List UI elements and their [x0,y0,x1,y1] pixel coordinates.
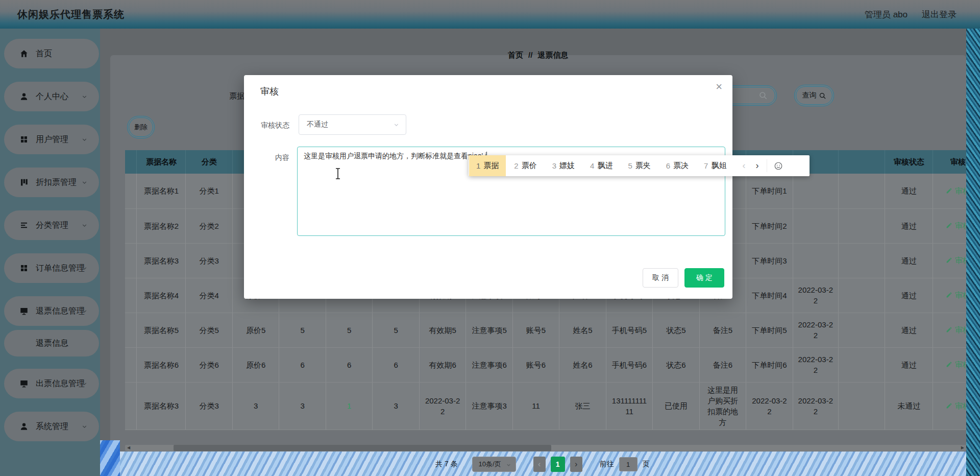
query-button[interactable]: 查询 [794,85,834,106]
pagination-total: 共 7 条 [435,460,458,469]
ime-candidate-7[interactable]: 7飘姐 [697,155,733,176]
next-page-button[interactable]: › [570,457,582,472]
table-cell: 2022-03-22 [746,382,793,430]
page-size-select[interactable]: 10条/页 [472,457,516,472]
table-row: 票据名称5分类5原价5555有效期5注意事项5账号5姓名5手机号码5状态5备注5… [125,313,966,347]
decorative-stripes-right [966,29,980,476]
smiley-icon[interactable] [770,155,787,176]
table-row: 票据名称6分类6原价6666有效期6注意事项6账号6姓名6手机号码6状态6备注6… [125,347,966,382]
audit-link[interactable]: 审核 [946,255,966,266]
table-cell [838,278,885,313]
scrollbar-thumb[interactable] [174,445,551,451]
ime-candidate-3[interactable]: 3嫖妓 [545,155,582,176]
breadcrumb-separator: // [528,51,532,60]
scroll-left-arrow-icon[interactable]: ◀ [127,445,130,451]
sidebar-subitem-label: 退票信息 [36,338,68,349]
table-cell: 注意事项6 [466,347,512,382]
monitor-icon [19,306,29,316]
sidebar-subitem[interactable]: 退票信息 [4,330,99,356]
table-cell: 注意事项5 [466,313,512,347]
table-cell: 2022-03-22 [793,278,838,313]
sidebar-item-3[interactable]: 折扣票管理 [4,168,99,197]
ime-candidate-number: 6 [666,161,670,170]
table-cell [793,243,838,278]
prev-page-button[interactable]: ‹ [533,457,546,472]
ime-next-icon[interactable]: › [750,155,764,176]
horizontal-scrollbar[interactable]: ◀ ▶ [125,445,966,451]
user-icon [19,422,29,431]
ime-candidate-bar: 1票据2票价3嫖妓4飘进5票夹6票决7飘姐‹› [469,155,810,176]
ime-candidate-4[interactable]: 4飘进 [583,155,620,176]
ime-candidate-6[interactable]: 6票决 [659,155,696,176]
table-cell: 下单时间3 [746,243,793,278]
audit-link[interactable]: 审核 [946,290,966,300]
table-cell: 分类5 [186,313,232,347]
audit-link[interactable]: 审核 [946,359,966,370]
cancel-button[interactable]: 取 消 [643,268,678,288]
audit-link[interactable]: 审核 [946,220,966,231]
ime-candidate-text: 票据 [483,161,499,171]
column-header: 审核 [933,150,966,174]
ime-candidate-2[interactable]: 2票价 [507,155,544,176]
confirm-button[interactable]: 确 定 [684,268,724,288]
sidebar-item-5[interactable]: 订单信息管理 [4,253,99,283]
app-title: 休闲娱乐代理售票系统 [17,8,125,21]
sidebar-item-label: 首页 [36,49,52,59]
audit-link[interactable]: 审核 [946,185,966,196]
sidebar-item-6[interactable]: 退票信息管理 [4,296,99,326]
admin-user-label: 管理员 abo [865,9,908,20]
audit-link-label: 审核 [955,220,966,231]
goto-page-input[interactable]: 1 [619,457,638,471]
page-number-active[interactable]: 1 [551,457,565,472]
sidebar-item-7[interactable]: 出票信息管理 [4,369,99,398]
table-cell: 下单时间4 [746,278,793,313]
scroll-right-arrow-icon[interactable]: ▶ [961,445,964,451]
table-cell: 姓名5 [559,313,606,347]
table-cell: 下单时间6 [746,347,793,382]
table-cell: 13111111111 [606,382,652,430]
ime-candidate-number: 5 [628,161,632,170]
delete-button[interactable]: 删除 [127,116,155,138]
audit-link-label: 审核 [955,400,966,411]
audit-link[interactable]: 审核 [946,400,966,411]
breadcrumb-home[interactable]: 首页 [508,51,523,60]
ime-candidate-5[interactable]: 5票夹 [621,155,657,176]
table-cell: 2022-03-22 [793,347,838,382]
audit-link[interactable]: 审核 [946,324,966,335]
ime-candidate-text: 票夹 [635,161,651,171]
close-icon[interactable]: × [716,81,722,92]
table-cell [838,174,885,208]
pencil-icon [946,292,952,298]
sidebar-item-label: 用户管理 [36,134,68,145]
table-cell: 有效期6 [419,347,465,382]
table-cell: 分类3 [186,243,232,278]
table-cell: 票据名称6 [137,347,186,382]
table-cell: 票据名称1 [137,174,186,208]
sidebar-item-1[interactable]: 个人中心 [4,82,99,111]
table-cell: 分类2 [186,208,232,243]
table-cell: 下单时间2 [746,208,793,243]
table-cell: 票据名称4 [137,278,186,313]
content-field-label: 内容 [244,153,289,162]
audit-status-select[interactable]: 不通过 [299,114,406,135]
table-cell: 6 [279,347,326,382]
chevron-down-icon [81,222,88,229]
chevron-down-icon [81,93,88,100]
sidebar-item-8[interactable]: 系统管理 [4,412,99,441]
ime-prev-icon[interactable]: ‹ [737,155,750,176]
home-icon [19,49,29,58]
table-cell: 通过 [885,313,933,347]
table-cell [838,208,885,243]
sidebar-item-0[interactable]: 首页 [4,39,99,68]
ime-candidate-text: 票价 [522,161,537,171]
table-cell: 未通过 [885,382,933,430]
ime-candidate-1[interactable]: 1票据 [469,155,506,176]
chevron-down-icon [393,122,400,128]
table-cell: 状态6 [653,347,699,382]
sidebar-item-4[interactable]: 分类管理 [4,210,99,240]
chevron-down-icon [506,462,511,467]
pencil-icon [946,187,952,194]
sidebar-item-2[interactable]: 用户管理 [4,125,99,154]
logout-link[interactable]: 退出登录 [922,9,957,20]
table-cell: 原价5 [232,313,279,347]
